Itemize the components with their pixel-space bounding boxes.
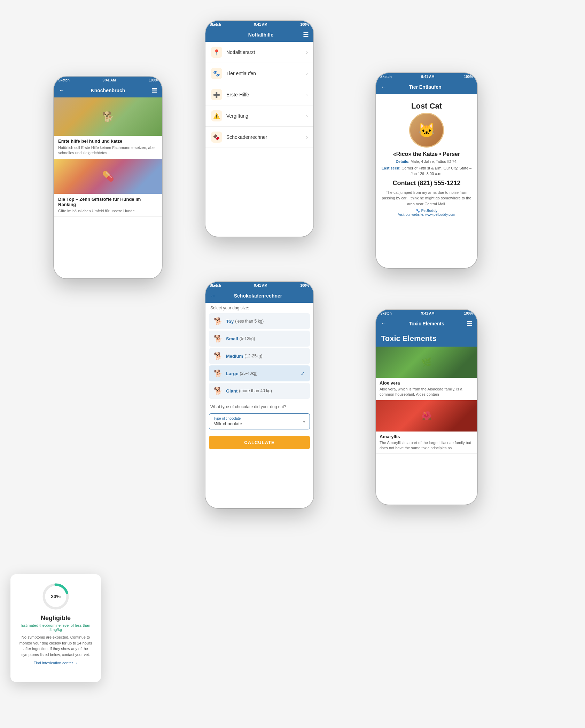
cat-website: Visit our website: www.petbuddy.com (381, 213, 472, 216)
status-bar-1: Sketch 9:41 AM 100% (54, 77, 162, 84)
phone1-content: 🐕 Erste hilfe bei hund und katze Natürli… (54, 97, 162, 278)
cat-description: The cat jumped from my arms due to noise… (381, 190, 472, 207)
status-time-1: 9:41 AM (103, 78, 116, 82)
menu-icon-plus: ➕ (211, 89, 222, 100)
back-button-5[interactable]: ← (381, 321, 387, 327)
status-battery-1: 100% (149, 78, 158, 82)
article-img-2: 💊 (54, 159, 162, 194)
menu-label-vergiftung: Vergiftung (226, 113, 306, 119)
nav-bar-5: ← Toxic Elements ☰ (376, 317, 477, 331)
toxic-main-title: Toxic Elements (381, 334, 472, 343)
phone-schokoladenrechner: Sketch 9:41 AM 100% ← Schokoladenrechner… (205, 282, 313, 508)
nav-bar-1: ← Knochenbruch ☰ (54, 84, 162, 97)
aloe-desc: Aloe vera, which is from the Aloaceae fa… (380, 387, 474, 397)
phone3-content: Lost Cat 🐱 «Rico» the Katze • Perser Det… (376, 94, 477, 268)
negligible-title: Negligible (41, 615, 71, 622)
chevron-icon-2: › (306, 92, 308, 97)
dog-icon-small: 🐕 (214, 334, 223, 343)
menu-label-schokoladenrechner: Schokadenrechner (226, 134, 306, 140)
toxic-item-aloe[interactable]: 🌿 Aloe vera Aloe vera, which is from the… (376, 347, 477, 400)
status-bar-2: Sketch 9:41 AM 100% (205, 21, 313, 28)
chocolate-dropdown[interactable]: Type of chocolate Milk chocolate ▾ (209, 413, 310, 429)
menu-icon-warning: ⚠️ (211, 110, 222, 121)
nav-title-5: Toxic Elements (387, 321, 467, 326)
article-title-1: Erste hilfe bei hund und katze (58, 139, 158, 144)
dog-icon-giant: 🐕 (214, 387, 223, 395)
back-button-1[interactable]: ← (59, 87, 64, 94)
amaryllis-desc: The Amaryllis is a part of the large Lil… (380, 440, 474, 451)
amaryllis-body: Amaryllis The Amaryllis is a part of the… (376, 432, 477, 453)
menu-item-erste-hilfe[interactable]: ➕ Erste-Hilfe › (205, 84, 313, 105)
menu-item-notfalltierarzt[interactable]: 📍 Notfalltierarzt › (205, 42, 313, 63)
status-battery-2: 100% (300, 23, 309, 26)
menu-item-tier-entlaufen[interactable]: 🐾 Tier entlaufen › (205, 63, 313, 84)
checkmark-large: ✓ (301, 370, 305, 377)
menu-label-notfalltierarzt: Notfalltierarzt (226, 49, 306, 55)
find-link[interactable]: Find intoxication center → (33, 661, 78, 665)
phone4-content: Select your dog size: 🐕 Toy (less than 5… (205, 303, 313, 508)
status-carrier-2: Sketch (210, 23, 221, 26)
progress-percent: 20% (51, 594, 61, 599)
calculate-button[interactable]: CALCULATE (209, 436, 310, 449)
chevron-icon-0: › (306, 49, 308, 55)
cat-brand: 🐾 PetBuddy (381, 209, 472, 213)
chocolate-dropdown-label: Type of chocolate (213, 417, 242, 420)
article-excerpt-1: Natürlich soll Erste Hilfe keinen Fachma… (58, 145, 158, 156)
phone2-content: 📍 Notfalltierarzt › 🐾 Tier entlaufen › ➕… (205, 42, 313, 237)
chocolate-dropdown-value: Milk chocolate (213, 421, 242, 426)
article-2[interactable]: 💊 Die Top – Zehn Giftstoffe für Hunde im… (54, 159, 162, 217)
article-img-1: 🐕 (54, 97, 162, 136)
menu-item-vergiftung[interactable]: ⚠️ Vergiftung › (205, 105, 313, 127)
status-time-5: 9:41 AM (421, 311, 435, 315)
back-button-3[interactable]: ← (381, 84, 387, 90)
status-carrier-4: Sketch (210, 284, 221, 287)
dog-size-small[interactable]: 🐕 Small (5-12kg) (209, 331, 310, 347)
dog-icon-large: 🐕 (214, 369, 223, 378)
menu-icon-chocolate: 🍫 (211, 132, 222, 143)
menu-label-erste-hilfe: Erste-Hilfe (226, 92, 306, 97)
toxic-item-amaryllis[interactable]: 🌺 Amaryllis The Amaryllis is a part of t… (376, 400, 477, 454)
cat-contact: Contact (821) 555-1212 (381, 180, 472, 187)
amaryllis-name: Amaryllis (380, 434, 474, 439)
negligible-body: No symptoms are expected. Continue to mo… (17, 634, 94, 657)
menu-button-2[interactable]: ☰ (303, 31, 309, 39)
menu-button-5[interactable]: ☰ (467, 320, 472, 327)
dog-size-large[interactable]: 🐕 Large (25-40kg) ✓ (209, 365, 310, 381)
status-carrier-5: Sketch (380, 311, 392, 315)
nav-title-2: Notfallhilfe (219, 32, 303, 38)
article-body-2: Die Top – Zehn Giftstoffe für Hunde im R… (54, 194, 162, 216)
dog-size-giant[interactable]: 🐕 Giant (more than 40 kg) (209, 383, 310, 399)
nav-bar-3: ← Tier Entlaufen (376, 80, 477, 94)
menu-icon-paw: 🐾 (211, 68, 222, 79)
menu-button-1[interactable]: ☰ (151, 87, 157, 94)
cat-name: «Rico» the Katze • Perser (381, 151, 472, 157)
nav-bar-2: Notfallhilfe ☰ (205, 28, 313, 42)
nav-title-1: Knochenbruch (64, 88, 151, 93)
phone-notfallhilfe: Sketch 9:41 AM 100% Notfallhilfe ☰ 📍 Not… (205, 21, 313, 237)
status-carrier-1: Sketch (58, 78, 70, 82)
menu-item-schokoladenrechner[interactable]: 🍫 Schokadenrechner › (205, 127, 313, 148)
cat-lastseen: Last seen: Corner of Fifth st & Elm, Our… (381, 165, 472, 177)
chevron-icon-1: › (306, 71, 308, 76)
dog-size-toy[interactable]: 🐕 Toy (less than 5 kg) (209, 313, 310, 329)
aloe-body: Aloe vera Aloe vera, which is from the A… (376, 378, 477, 400)
amaryllis-image: 🌺 (376, 400, 477, 432)
menu-label-tier-entlaufen: Tier entlaufen (226, 71, 306, 76)
cat-image: 🐱 (409, 113, 444, 148)
phone-knochenbruch: Sketch 9:41 AM 100% ← Knochenbruch ☰ 🐕 E… (54, 77, 162, 278)
dog-icon-medium: 🐕 (214, 352, 223, 360)
phone-toxic-elements: Sketch 9:41 AM 100% ← Toxic Elements ☰ T… (376, 310, 477, 505)
back-button-4[interactable]: ← (210, 293, 216, 299)
aloe-name: Aloe vera (380, 380, 474, 386)
menu-icon-location: 📍 (211, 47, 222, 58)
status-bar-5: Sketch 9:41 AM 100% (376, 310, 477, 317)
article-title-2: Die Top – Zehn Giftstoffe für Hunde im R… (58, 197, 158, 207)
dog-size-label: Select your dog size: (205, 303, 313, 312)
status-battery-4: 100% (300, 284, 309, 287)
dog-size-medium[interactable]: 🐕 Medium (12-25kg) (209, 348, 310, 364)
article-1[interactable]: 🐕 Erste hilfe bei hund und katze Natürli… (54, 97, 162, 159)
negligible-subtitle: Estimated theobromine level of less than… (17, 623, 94, 632)
chocolate-dropdown-content: Type of chocolate Milk chocolate (213, 417, 242, 426)
toxic-header: Toxic Elements (376, 331, 477, 347)
result-card: 20% Negligible Estimated theobromine lev… (10, 574, 101, 682)
